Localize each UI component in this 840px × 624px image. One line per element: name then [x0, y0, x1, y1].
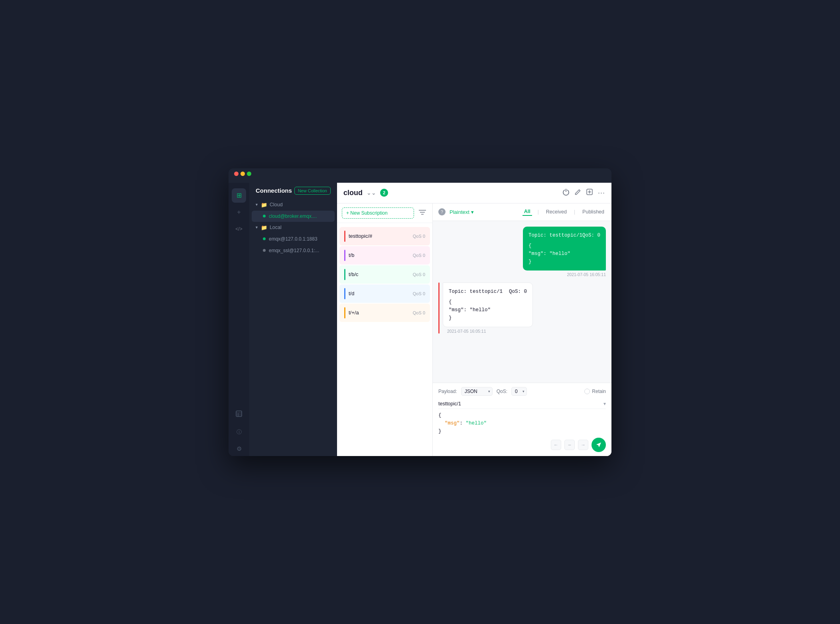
sidebar-item-local-conn-1[interactable]: emqx@127.0.0.1:1883: [252, 233, 335, 245]
subscription-item-5[interactable]: t/+/a QoS 0: [339, 304, 430, 322]
local-group-arrow: ▼: [255, 225, 258, 229]
sidebar-item-cloud-conn[interactable]: cloud@broker.emqx....: [252, 211, 335, 222]
sent-message: Topic: testtopic/1 QoS: 0 { "msg": "hell…: [523, 227, 606, 277]
format-select-wrap: JSON Plaintext Hex Base64: [461, 387, 493, 396]
more-button[interactable]: ···: [598, 189, 605, 197]
subscription-item-1[interactable]: testtopic/# QoS 0: [339, 227, 430, 245]
topbar: cloud ⌄⌄ 2: [337, 183, 611, 203]
qos-label: QoS:: [497, 389, 507, 394]
sent-body-line3: }: [528, 258, 600, 266]
qos-select[interactable]: 0 1 2: [511, 387, 527, 396]
topic-dropdown-icon[interactable]: ▾: [603, 401, 606, 407]
message-count-badge: 2: [380, 189, 388, 197]
message-filter: All | Received | Published: [523, 208, 606, 216]
cloud-group-arrow: ▼: [255, 203, 258, 207]
sub-info: testtopic/#: [349, 233, 410, 239]
sub-panel-header: + New Subscription: [337, 203, 432, 223]
nav-next-button[interactable]: →: [578, 440, 588, 450]
message-list: Topic: testtopic/1 QoS: 0 { "msg": "hell…: [433, 221, 611, 383]
received-body-line1: {: [449, 298, 527, 306]
sub-topic: t/d: [349, 290, 410, 296]
publish-footer: ← – →: [438, 438, 606, 452]
plus-icon[interactable]: +: [232, 205, 246, 219]
edit-button[interactable]: [574, 189, 581, 197]
publish-toolbar: Payload: JSON Plaintext Hex Base64 QoS:: [438, 387, 606, 396]
sub-info: t/d: [349, 290, 410, 296]
settings-icon[interactable]: ⚙: [232, 442, 246, 456]
filter-icon[interactable]: [417, 208, 428, 218]
format-label: Plaintext: [450, 209, 469, 215]
local-group-label: Local: [270, 225, 282, 230]
sub-topic: t/+/a: [349, 310, 410, 316]
conn-status-dot-1: [263, 237, 266, 240]
power-button[interactable]: [562, 188, 570, 197]
subscription-item-4[interactable]: t/d QoS 0: [339, 284, 430, 303]
connection-name: cloud: [343, 189, 363, 197]
sub-color-indicator: [344, 288, 345, 299]
group-cloud[interactable]: ▼ 📁 Cloud: [249, 199, 337, 210]
sent-body-line2: "msg": "hello": [528, 250, 600, 258]
received-qos: QoS: 0: [509, 288, 527, 296]
sub-qos: QoS 0: [413, 272, 425, 277]
format-select[interactable]: JSON Plaintext Hex Base64: [461, 387, 493, 396]
received-topic: Topic: testtopic/1: [449, 288, 503, 296]
topic-row: ▾: [438, 399, 606, 409]
sub-color-indicator: [344, 307, 345, 318]
info-icon[interactable]: ⓘ: [232, 425, 246, 439]
code-icon[interactable]: </>: [232, 222, 246, 236]
send-button[interactable]: [592, 438, 606, 452]
subscription-item-2[interactable]: t/b QoS 0: [339, 246, 430, 265]
sub-topic: t/b: [349, 252, 410, 258]
sent-qos: QoS: 0: [582, 231, 600, 239]
filter-received[interactable]: Received: [544, 208, 568, 215]
conn-label-2: emqx_ssl@127.0.0.1:...: [269, 248, 319, 253]
group-local[interactable]: ▼ 📁 Local: [249, 222, 337, 233]
message-toolbar: ? Plaintext ▾ All | Received | Published: [433, 203, 611, 221]
nav-prev-button[interactable]: ←: [551, 440, 561, 450]
cloud-group-label: Cloud: [270, 202, 283, 207]
payload-editor[interactable]: { "msg": "hello" }: [438, 411, 606, 435]
topic-input[interactable]: [438, 401, 603, 407]
format-button[interactable]: Plaintext ▾: [450, 209, 474, 215]
nav-stop-button[interactable]: –: [564, 440, 575, 450]
sub-qos: QoS 0: [413, 253, 425, 258]
new-collection-button[interactable]: New Collection: [294, 187, 331, 195]
sidebar-item-local-conn-2[interactable]: emqx_ssl@127.0.0.1:...: [252, 245, 335, 256]
add-tab-button[interactable]: [586, 188, 593, 197]
qos-select-wrap: 0 1 2: [511, 387, 527, 396]
icon-strip: ⊞ + </> ⓘ ⚙: [229, 183, 249, 456]
format-dropdown-icon: ▾: [471, 209, 474, 215]
sent-body-line1: {: [528, 242, 600, 250]
received-color-bar: [438, 282, 440, 334]
help-icon[interactable]: ?: [438, 208, 446, 215]
connections-icon[interactable]: ⊞: [232, 188, 246, 203]
sub-color-indicator: [344, 250, 345, 261]
conn-label-1: emqx@127.0.0.1:1883: [269, 236, 317, 242]
sent-topic-line: Topic: testtopic/1 QoS: 0: [528, 231, 600, 239]
conn-status-dot-2: [263, 249, 266, 252]
sidebar: Connections New Collection ▼ 📁 Cloud clo…: [249, 183, 337, 456]
filter-published[interactable]: Published: [581, 208, 606, 215]
sidebar-title: Connections: [256, 187, 292, 194]
sub-qos: QoS 0: [413, 234, 425, 239]
conn-label: cloud@broker.emqx....: [269, 213, 317, 219]
received-body-line3: }: [449, 314, 527, 322]
sub-color-indicator: [344, 269, 345, 280]
sub-topic: testtopic/#: [349, 233, 410, 239]
publish-area: Payload: JSON Plaintext Hex Base64 QoS:: [433, 383, 611, 456]
payload-line-1: {: [438, 411, 606, 419]
main-content: cloud ⌄⌄ 2: [337, 183, 611, 456]
sub-info: t/b: [349, 252, 410, 258]
sent-timestamp: 2021-07-05 16:05:11: [523, 272, 606, 277]
local-folder-icon: 📁: [261, 225, 267, 231]
filter-all[interactable]: All: [523, 208, 532, 216]
connection-dropdown-icon[interactable]: ⌄⌄: [367, 190, 376, 196]
retain-checkbox-area[interactable]: Retain: [584, 389, 606, 394]
new-subscription-button[interactable]: + New Subscription: [342, 207, 414, 219]
sub-color-indicator: [344, 231, 345, 242]
subscription-list: testtopic/# QoS 0 t/b QoS 0: [337, 223, 432, 456]
subscriptions-panel: + New Subscription: [337, 203, 433, 456]
table-icon[interactable]: [232, 407, 246, 421]
subscription-item-3[interactable]: t/b/c QoS 0: [339, 265, 430, 284]
sent-topic: Topic: testtopic/1: [528, 231, 582, 239]
